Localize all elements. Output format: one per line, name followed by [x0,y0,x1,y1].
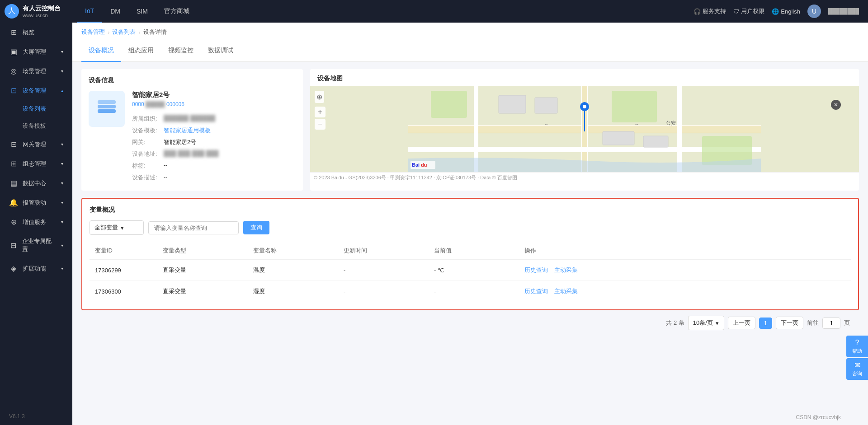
chevron-down-icon-4: ▾ [61,161,63,166]
row2-history-btn[interactable]: 历史查询 [524,288,548,294]
sidebar-version: V6.1.3 [0,408,72,425]
variable-search-input[interactable] [148,221,239,234]
sidebar-item-extend[interactable]: ◈ 扩展功能 ▾ [0,259,72,278]
avatar[interactable]: U [807,5,821,18]
total-count: 共 2 条 [666,319,684,327]
pagination: 共 2 条 10条/页 ▾ 上一页 1 下一页 前往 页 [81,310,859,336]
sidebar-item-scene[interactable]: ◎ 场景管理 ▾ [0,61,72,81]
gateway-value: 智能家居2号 [164,138,296,146]
logo-area[interactable]: 人 有人云控制台 www.usr.cn [5,4,77,19]
sidebar-item-gateway[interactable]: ⊟ 网关管理 ▾ [0,135,72,154]
sidebar-device-list-label: 设备列表 [23,105,46,113]
chevron-down-icon-7: ▾ [61,220,63,224]
filter-row: 全部变量 ▾ 查询 [90,220,851,235]
map-placeholder[interactable]: ← → 公安 Bai du [310,86,859,172]
sidebar-item-value-service[interactable]: ⊕ 增值服务 ▾ [0,212,72,232]
row2-collect-btn[interactable]: 主动采集 [554,288,578,294]
breadcrumb-device-mgmt[interactable]: 设备管理 [81,28,105,36]
query-button[interactable]: 查询 [243,221,269,234]
next-page-btn[interactable]: 下一页 [776,317,803,329]
language-btn[interactable]: 🌐 English [772,8,800,15]
table-row: 17306300 直采变量 湿度 - - 历史查询 主动采集 [90,281,851,302]
float-buttons: ? 帮助 ✉ 咨询 [846,336,868,380]
template-value[interactable]: 智能家居通用模板 [164,126,296,135]
page-1-btn[interactable]: 1 [759,318,772,329]
per-page-arrow-icon: ▾ [716,320,719,327]
row1-id: 17306299 [90,260,157,281]
right-tools: 🎧 服务支持 🛡 用户权限 🌐 English U ████████ [693,5,868,18]
consult-float-btn[interactable]: ✉ 咨询 [846,358,868,380]
menu-sim[interactable]: SIM [128,0,156,23]
prev-page-btn[interactable]: 上一页 [728,317,755,329]
username-display: ████████ [828,8,859,14]
map-zoom-in-btn[interactable]: + [315,107,326,117]
map-close-btn[interactable]: ✕ [831,100,841,110]
svg-rect-16 [603,131,634,145]
variable-type-select[interactable]: 全部变量 ▾ [90,220,144,235]
page-body: 设备信息 智能家居2号 [72,62,868,343]
row1-collect-btn[interactable]: 主动采集 [554,266,578,273]
svg-text:公安: 公安 [666,120,676,126]
sidebar-value-service-label: 增值服务 [23,218,46,226]
tab-config-app[interactable]: 组态应用 [121,40,161,62]
per-page-select[interactable]: 10条/页 ▾ [688,316,724,330]
menu-iot[interactable]: IoT [77,0,102,23]
chevron-down-icon-5: ▾ [61,181,63,186]
svg-text:→: → [634,121,639,127]
sidebar-config-label: 组态管理 [23,160,46,168]
chevron-down-icon-2: ▾ [61,69,63,74]
breadcrumb-device-list[interactable]: 设备列表 [112,28,136,36]
sidebar-item-config[interactable]: ⊞ 组态管理 ▾ [0,154,72,173]
device-info-title: 设备信息 [89,76,296,84]
tab-video-monitor[interactable]: 视频监控 [161,40,201,62]
tab-data-debug[interactable]: 数据调试 [201,40,241,62]
col-update-time: 更新时间 [338,242,429,260]
sidebar-item-overview[interactable]: ⊞ 概览 [0,23,72,42]
tab-device-overview[interactable]: 设备概况 [81,40,121,62]
sidebar-item-datacenter[interactable]: ▤ 数据中心 ▾ [0,173,72,193]
sidebar-scene-label: 场景管理 [23,67,46,75]
sidebar-item-alarm[interactable]: 🔔 报管联动 ▾ [0,193,72,212]
device-id-masked: █████ [146,101,165,107]
svg-text:Bai: Bai [412,162,420,168]
compass-icon: ⊕ [316,93,322,101]
variable-section-title: 变量概况 [90,206,851,214]
map-zoom-out-btn[interactable]: − [315,119,326,130]
extend-icon: ◈ [9,264,18,273]
tab-bar: 设备概况 组态应用 视频监控 数据调试 [72,40,868,62]
chevron-down-icon-6: ▾ [61,200,63,205]
device-name: 智能家居2号 [132,91,296,99]
globe-icon: 🌐 [772,8,779,15]
sidebar-item-device-list[interactable]: 设备列表 [0,100,72,117]
consult-icon: ✉ [854,361,860,369]
sidebar-item-device-mgmt[interactable]: ⊡ 设备管理 ▴ [0,81,72,100]
help-float-btn[interactable]: ? 帮助 [846,336,868,357]
info-row-address: 设备地址: ███ ███ ███ ███ [132,148,296,160]
sidebar-item-enterprise[interactable]: ⊟ 企业专属配置 ▾ [0,232,72,259]
map-title: 设备地图 [310,69,859,86]
row2-actions: 历史查询 主动采集 [519,281,851,302]
breadcrumb-sep-1: › [108,29,109,36]
sidebar-item-device-template[interactable]: 设备模板 [0,117,72,135]
goto-suffix: 页 [844,319,850,327]
bigscreen-icon: ▣ [9,47,18,56]
variable-table: 变量ID 变量类型 变量名称 更新时间 当前值 操作 17306299 直采变量 [90,242,851,302]
breadcrumb-current: 设备详情 [143,28,167,36]
desc-value: -- [164,173,296,182]
user-permissions-btn[interactable]: 🛡 用户权限 [733,7,764,15]
device-icon-area [89,91,125,127]
sidebar-item-bigscreen[interactable]: ▣ 大屏管理 ▾ [0,42,72,61]
value-service-icon: ⊕ [9,218,18,226]
row1-history-btn[interactable]: 历史查询 [524,266,548,273]
device-mgmt-icon: ⊡ [9,86,18,95]
chevron-up-icon: ▴ [61,88,63,93]
service-support-btn[interactable]: 🎧 服务支持 [693,7,726,15]
menu-dm[interactable]: DM [102,0,128,23]
goto-page-input[interactable] [822,318,840,329]
map-compass-btn[interactable]: ⊕ [315,91,324,103]
row2-name: 湿度 [248,281,338,302]
shield-icon: 🛡 [733,8,739,15]
menu-store[interactable]: 官方商城 [156,0,198,23]
consult-label: 咨询 [852,370,862,377]
top-section: 设备信息 智能家居2号 [81,69,859,191]
